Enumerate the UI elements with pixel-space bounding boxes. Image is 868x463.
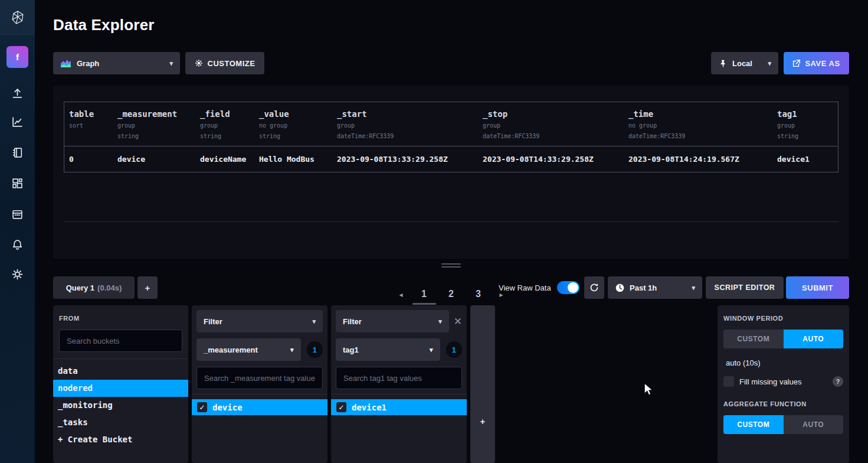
local-label: Local [732,59,752,68]
column-header[interactable]: _start group dateTime:RFC3339 [332,102,478,146]
fill-missing-values-label: Fill missing values [739,377,801,386]
query-tab[interactable]: Query 1 (0.04s) [53,276,135,299]
chevron-down-icon: ▾ [692,284,695,292]
aggregate-function-label: AGGREGATE FUNCTION [723,400,843,407]
save-as-button[interactable]: SAVE AS [784,52,849,74]
chevron-down-icon: ▾ [290,346,294,354]
add-filter-card[interactable]: + [470,305,495,463]
table-row: 0 device deviceName Hello ModBus 2023-09… [64,146,838,172]
influxdb-logo[interactable] [0,0,35,35]
query-options-panel: WINDOW PERIOD CUSTOM AUTO auto (10s) Fil… [718,305,849,463]
tag-key-dropdown[interactable]: _measurement ▾ [196,338,301,361]
fill-missing-values-checkbox[interactable] [723,376,734,387]
aggregate-auto-button[interactable]: AUTO [784,415,844,434]
pin-icon [719,60,727,67]
raw-data-table: table sort _measurement group string _fi… [64,102,838,172]
script-editor-button[interactable]: SCRIPT EDITOR [706,276,784,299]
window-period-value: auto (10s) [723,358,843,367]
filter-panel-measurement: Filter ▾ _measurement ▾ 1 ✓ device [192,305,327,463]
notebooks-icon[interactable] [11,146,24,159]
page-1[interactable]: 1 [412,289,437,305]
checkbox-checked-icon[interactable]: ✓ [336,402,346,412]
column-header[interactable]: _field group string [195,102,254,146]
column-header[interactable]: _stop group dateTime:RFC3339 [478,102,624,146]
chevron-down-icon: ▾ [768,60,771,67]
column-header[interactable]: _time no group dateTime:RFC3339 [624,102,772,146]
clock-icon [615,283,624,292]
table-header-row: table sort _measurement group string _fi… [64,102,838,146]
remove-filter-icon[interactable]: ✕ [454,317,462,327]
filter-type-dropdown[interactable]: Filter ▾ [336,310,449,332]
tag-key-dropdown[interactable]: tag1 ▾ [336,338,440,361]
window-period-label: WINDOW PERIOD [723,311,843,322]
export-icon [792,60,800,67]
window-period-toggle: CUSTOM AUTO [723,330,843,348]
panel-resize-handle[interactable] [441,263,461,269]
refresh-icon [589,283,599,292]
customize-label: CUSTOMIZE [208,59,256,68]
nav-sidebar: f [0,0,35,463]
submit-button[interactable]: SUBMIT [786,276,849,299]
prev-page-icon[interactable]: ◂ [393,289,410,299]
selected-count-badge: 1 [446,341,462,358]
page-3[interactable]: 3 [466,289,491,305]
local-dropdown[interactable]: Local ▾ [711,52,778,74]
chevron-down-icon: ▾ [438,318,442,325]
tag-value-device1[interactable]: ✓ device1 [331,399,467,415]
save-as-label: SAVE AS [805,59,840,68]
time-range-label: Past 1h [630,283,657,292]
create-bucket-button[interactable]: + Create Bucket [53,431,188,448]
divider [331,394,467,394]
filter-type-dropdown[interactable]: Filter ▾ [196,310,323,332]
window-period-custom-button[interactable]: CUSTOM [723,330,784,348]
aggregate-function-toggle: CUSTOM AUTO [723,415,843,434]
bucket-item-nodered[interactable]: nodered [53,380,188,397]
graph-type-dropdown[interactable]: Graph ▾ [53,52,180,74]
column-header[interactable]: _value no group string [254,102,332,146]
tag-value-device[interactable]: ✓ device [192,399,327,415]
add-query-button[interactable]: + [137,276,158,299]
search-tag-values-input[interactable] [336,367,462,389]
refresh-button[interactable] [584,276,604,299]
query-tab-label: Query 1 [66,283,94,292]
bucket-item-monitoring[interactable]: _monitoring [53,397,188,414]
from-panel: FROM data nodered _monitoring _tasks + C… [53,305,188,463]
divider [64,221,838,222]
page-title: Data Explorer [53,16,155,34]
bucket-item-data[interactable]: data [53,363,188,380]
chevron-down-icon: ▾ [312,318,316,325]
upload-icon[interactable] [11,87,24,99]
search-tag-values-input[interactable] [196,367,323,389]
help-icon[interactable]: ? [833,376,843,387]
aggregate-custom-button[interactable]: CUSTOM [723,415,784,434]
settings-icon[interactable] [11,268,24,281]
chevron-down-icon: ▾ [430,346,433,354]
graph-type-label: Graph [77,59,99,68]
divider [192,394,327,394]
alerts-icon[interactable] [11,239,24,251]
column-header[interactable]: _measurement group string [113,102,195,146]
data-explorer-icon[interactable] [11,116,24,128]
search-buckets-input[interactable] [59,330,182,352]
bucket-item-tasks[interactable]: _tasks [53,414,188,431]
selected-count-badge: 1 [307,341,323,358]
gear-icon [195,59,203,67]
user-avatar[interactable]: f [6,46,28,68]
checkbox-checked-icon[interactable]: ✓ [197,402,207,412]
mouse-cursor [644,383,656,398]
column-header[interactable]: tag1 group string [772,102,838,146]
chevron-down-icon: ▾ [169,60,173,67]
column-header[interactable]: table sort [64,102,113,146]
view-raw-data-toggle[interactable] [557,281,579,294]
graph-type-icon [61,58,71,69]
customize-button[interactable]: CUSTOMIZE [185,52,264,74]
dashboards-icon[interactable] [11,177,24,190]
divider [53,358,188,359]
time-range-dropdown[interactable]: Past 1h ▾ [608,276,702,299]
query-tab-time: (0.04s) [97,283,122,292]
tasks-icon[interactable] [11,208,24,220]
view-raw-data-label: View Raw Data [499,283,551,292]
window-period-auto-button[interactable]: AUTO [784,330,844,348]
from-panel-title: FROM [59,311,182,322]
page-2[interactable]: 2 [439,289,464,305]
